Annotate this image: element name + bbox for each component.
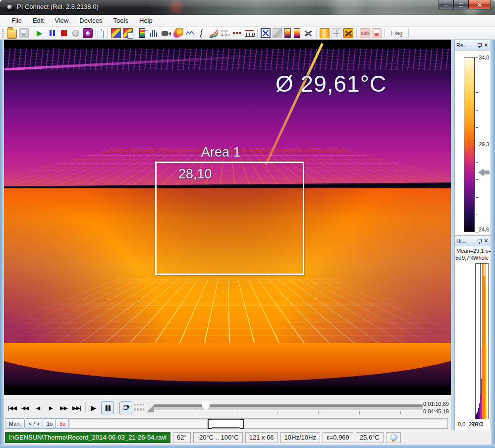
copy-icon[interactable] xyxy=(95,28,105,38)
tools-icon[interactable] xyxy=(303,28,313,38)
open-icon[interactable] xyxy=(7,29,17,39)
pause-icon[interactable] xyxy=(47,28,57,38)
menu-file[interactable]: File xyxy=(6,15,27,26)
title-bar[interactable]: PI Connect (Rel. 2.8.2138.0) – ✕ xyxy=(0,0,495,15)
maximize-button[interactable] xyxy=(453,0,468,9)
flag-button[interactable]: Flag xyxy=(387,29,406,38)
measure-area-rectangle[interactable] xyxy=(155,162,304,275)
panel-gap xyxy=(451,40,454,430)
transport-row: |◀◀ ◀◀ ◀ ▶ ▶▶ ▶▶| ▶ 0:01:10,89 0:04:45,1… xyxy=(4,399,451,417)
manual-scale-button[interactable]: Man. xyxy=(5,418,25,429)
scale-panel-titlebar[interactable]: Re... × xyxy=(455,40,491,51)
menu-tools[interactable]: Tools xyxy=(108,15,134,26)
temperature-color-scale[interactable] xyxy=(464,57,475,232)
close-icon[interactable]: × xyxy=(483,42,489,48)
step-scale-button[interactable]: < / > xyxy=(25,418,44,429)
temperature-range-slider[interactable] xyxy=(209,419,243,428)
save-subtract-icon[interactable] xyxy=(372,28,382,38)
histogram-panel-titlebar[interactable]: Hi... × xyxy=(455,236,491,246)
close-button[interactable]: ✕ xyxy=(468,0,491,9)
temp-time-diagram-icon[interactable] xyxy=(185,28,195,38)
scale-max-label: 34,0 xyxy=(479,55,489,60)
menu-bar: File Edit View Devices Tools Help xyxy=(0,15,495,27)
pin-icon[interactable] xyxy=(477,238,482,244)
app-icon xyxy=(5,3,14,11)
palette-shift-down-icon[interactable] xyxy=(294,28,300,38)
histogram-panel: Hi... × Mean=29,1 σ= 5σ9,7% Whole 0,0 34… xyxy=(454,235,491,430)
average-temperature-readout: Ø 29,61°C xyxy=(275,70,386,97)
scale-min-label: 24,6 xyxy=(479,226,489,232)
thermal-bottom-bar xyxy=(4,386,451,395)
skip-end-button[interactable]: ▶▶| xyxy=(70,402,83,414)
digital-display-icon[interactable] xyxy=(220,28,230,38)
toolbar: Sub Flag xyxy=(0,27,495,40)
lamp-indicator[interactable] xyxy=(386,432,401,443)
record-icon[interactable] xyxy=(71,28,81,38)
close-icon[interactable]: × xyxy=(483,238,489,244)
histogram-icon[interactable] xyxy=(149,28,159,38)
gray-image-icon[interactable] xyxy=(273,28,282,38)
video-camera-icon[interactable] xyxy=(161,28,171,38)
histogram-range-label[interactable]: Whole xyxy=(473,255,489,261)
play-button[interactable]: ▶ xyxy=(88,402,99,414)
play-icon[interactable] xyxy=(35,28,45,38)
step-forward-button[interactable]: ▶ xyxy=(45,402,57,414)
menu-edit[interactable]: Edit xyxy=(27,15,49,26)
scale-marker-arrow[interactable] xyxy=(478,168,490,176)
pin-icon[interactable] xyxy=(477,42,482,49)
fast-forward-button[interactable]: ▶▶ xyxy=(57,402,70,414)
image-export-icon[interactable] xyxy=(123,28,133,38)
profile-icon[interactable] xyxy=(197,28,207,38)
sigma3-button[interactable]: 3σ xyxy=(55,418,70,429)
step-back-button[interactable]: ◀ xyxy=(32,402,44,414)
snapshot-icon[interactable] xyxy=(83,28,93,38)
pause-icon xyxy=(106,405,108,411)
curves-icon[interactable] xyxy=(209,28,219,38)
frame-markers-icon xyxy=(134,404,144,411)
menu-view[interactable]: View xyxy=(49,15,74,26)
loop-icon xyxy=(122,405,129,410)
seek-slider-track[interactable] xyxy=(154,404,423,410)
range-handle-left[interactable] xyxy=(208,419,212,429)
sigma1-button[interactable]: 1σ xyxy=(43,418,57,429)
skip-start-button[interactable]: |◀◀ xyxy=(6,402,18,414)
thermal-far-field xyxy=(4,49,451,72)
seek-slider-ticks xyxy=(154,411,423,414)
fullscreen-icon[interactable] xyxy=(261,28,271,38)
rewind-button[interactable]: ◀◀ xyxy=(19,402,31,414)
bulb-icon xyxy=(390,434,396,442)
maximize-icon xyxy=(459,3,463,6)
save-icon[interactable] xyxy=(19,28,29,38)
area-label: Area 1 xyxy=(201,145,241,160)
image-palette-icon[interactable] xyxy=(111,28,121,38)
scale-panel-title: Re... xyxy=(456,42,477,48)
thermal-image-view[interactable]: Ø 29,61°C Area 1 28,10 xyxy=(4,40,451,395)
range-handle-right[interactable] xyxy=(240,419,244,429)
palette-shift-up-icon[interactable] xyxy=(284,28,291,38)
window-border-left xyxy=(0,40,4,445)
minimize-button[interactable]: – xyxy=(439,0,453,9)
time-readout: 0:01:10,89 0:04:45,19 xyxy=(423,400,449,415)
temp-scale-icon[interactable] xyxy=(320,28,330,38)
palette-bar-icon[interactable] xyxy=(139,28,145,38)
pause-button[interactable] xyxy=(101,401,114,414)
window-title: PI Connect (Rel. 2.8.2138.0) xyxy=(17,3,99,10)
comet-icon[interactable] xyxy=(173,28,183,38)
toolbar-grip[interactable] xyxy=(2,29,4,38)
resolution-box: 121 x 66 xyxy=(245,432,278,443)
menu-devices[interactable]: Devices xyxy=(74,15,108,26)
ruler-icon[interactable] xyxy=(244,28,254,38)
tools-orange-icon[interactable] xyxy=(343,28,353,38)
scale-limits-icon[interactable] xyxy=(232,28,242,38)
stop-icon[interactable] xyxy=(59,28,69,38)
time-current: 0:01:10,89 xyxy=(423,400,449,408)
auto-center-icon[interactable] xyxy=(331,28,341,38)
app-window: PI Connect (Rel. 2.8.2138.0) – ✕ File Ed… xyxy=(0,0,495,448)
loop-button[interactable] xyxy=(119,401,132,414)
subtract-icon[interactable]: Sub xyxy=(360,28,370,38)
menu-help[interactable]: Help xyxy=(134,15,158,26)
reference-scale-panel: Re... × 34,0 29,3 24,6 xyxy=(454,40,491,234)
window-border-bottom xyxy=(0,445,495,448)
range-slider-track xyxy=(68,418,448,429)
file-path-box: I:\GENSUN\Thermo\Record_2014-06-03_21-26… xyxy=(5,432,170,443)
